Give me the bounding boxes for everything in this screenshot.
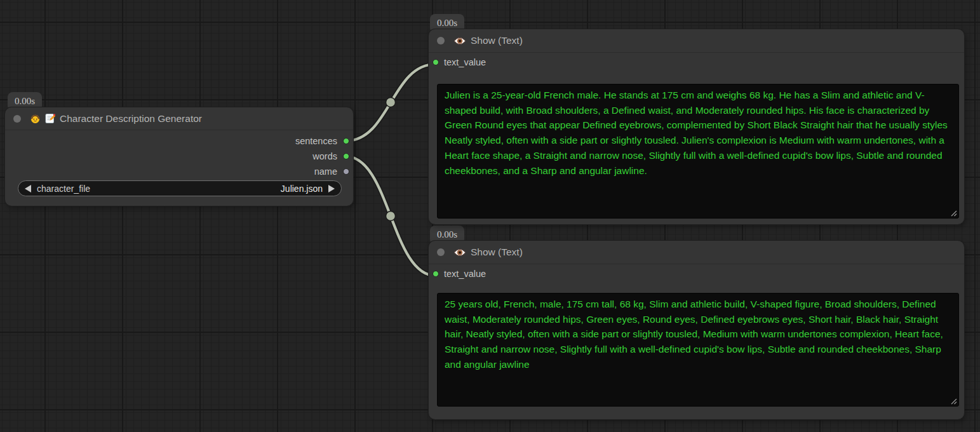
output-dot-words[interactable] (343, 153, 349, 159)
output-slot-label: words (312, 151, 337, 161)
eye-icon (453, 248, 466, 257)
output-slot-sentences: sentences (295, 133, 349, 149)
text-display-area[interactable]: Julien is a 25-year-old French male. He … (437, 84, 959, 219)
output-slot-words: words (295, 149, 349, 164)
wire-midpoint-dot (386, 212, 396, 221)
output-slot-label: sentences (295, 136, 337, 146)
output-slot-name: name (295, 164, 349, 179)
node-title: Character Description Generator (60, 113, 202, 125)
node-title: Show (Text) (471, 246, 523, 258)
output-dot-name[interactable] (343, 168, 349, 175)
textarea-resize-handle[interactable] (950, 398, 957, 405)
output-slot-label: name (314, 166, 337, 177)
node-header: Show (Text) (429, 29, 964, 53)
show-text-node-top[interactable]: Show (Text) text_value Julien is a 25-ye… (429, 29, 964, 224)
node-graph-canvas[interactable]: 0.00s 0.00s 0.00s (0, 0, 980, 432)
node-header: Show (Text) (429, 241, 964, 264)
show-text-node-bottom[interactable]: Show (Text) text_value 25 years old, Fre… (429, 241, 964, 419)
node-title: Show (Text) (471, 35, 523, 46)
previous-value-arrow-icon[interactable] (25, 185, 31, 192)
eye-icon (453, 36, 466, 46)
character-file-widget[interactable]: character_file Julien.json (18, 180, 342, 196)
collapse-dot[interactable] (437, 248, 445, 256)
wire-midpoint-dot (386, 98, 396, 107)
collapse-dot[interactable] (437, 37, 445, 44)
node-header: Character Description Generator (5, 107, 353, 130)
output-slots: sentences words name (295, 133, 349, 179)
input-slot-label: text_value (444, 269, 486, 279)
next-value-arrow-icon[interactable] (328, 185, 335, 192)
input-dot-text-value[interactable] (433, 271, 439, 277)
widget-value: Julien.json (281, 184, 323, 194)
input-slot-text-value: text_value (433, 269, 486, 279)
widget-label: character_file (37, 184, 90, 194)
person-icon (30, 113, 41, 124)
collapse-dot[interactable] (13, 115, 21, 123)
input-slot-label: text_value (444, 57, 486, 67)
input-slot-text-value: text_value (433, 57, 486, 67)
output-dot-sentences[interactable] (343, 138, 349, 144)
text-display-area[interactable]: 25 years old, French, male, 175 cm tall,… (437, 293, 959, 407)
memo-icon (45, 113, 55, 124)
input-dot-text-value[interactable] (433, 59, 439, 65)
textarea-resize-handle[interactable] (950, 210, 957, 217)
character-description-generator-node[interactable]: Character Description Generator sentence… (5, 107, 353, 206)
